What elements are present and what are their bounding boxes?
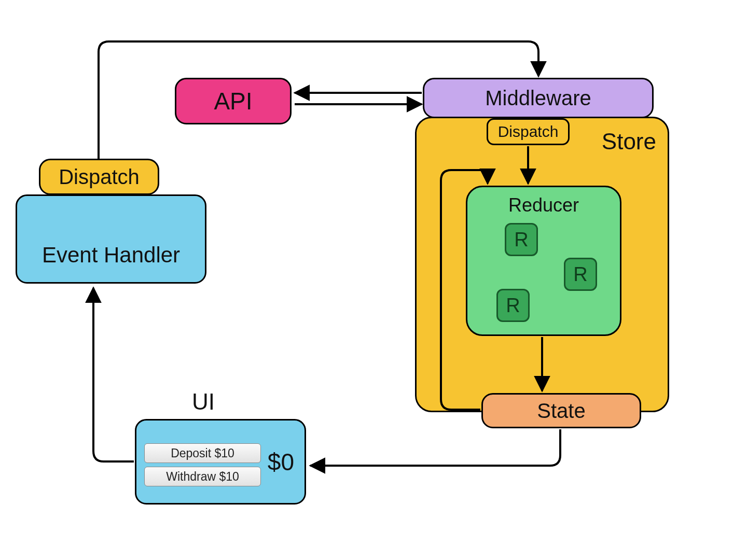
middleware-label: Middleware bbox=[485, 87, 591, 110]
state-label: State bbox=[537, 399, 585, 423]
reducer-sub-r-3: R bbox=[496, 289, 530, 322]
reducer-sub-r-1: R bbox=[505, 223, 538, 256]
reducer-sub-r-2-label: R bbox=[573, 263, 587, 286]
middleware-box: Middleware bbox=[423, 78, 654, 118]
event-handler-dispatch-label: Dispatch bbox=[59, 165, 140, 189]
store-label: Store bbox=[602, 129, 656, 155]
api-label: API bbox=[214, 87, 252, 115]
api-box: API bbox=[175, 78, 292, 124]
reducer-box: Reducer bbox=[466, 186, 621, 336]
reducer-sub-r-2: R bbox=[564, 258, 597, 291]
state-box: State bbox=[481, 393, 641, 428]
reducer-label: Reducer bbox=[508, 194, 579, 216]
reducer-sub-r-3-label: R bbox=[506, 295, 520, 317]
store-dispatch-box: Dispatch bbox=[487, 118, 570, 145]
event-handler-dispatch-box: Dispatch bbox=[39, 159, 159, 195]
store-dispatch-label: Dispatch bbox=[498, 123, 559, 141]
event-handler-label: Event Handler bbox=[42, 243, 180, 268]
ui-balance: $0 bbox=[268, 448, 294, 476]
event-handler-box: Event Handler bbox=[16, 194, 206, 284]
reducer-sub-r-1-label: R bbox=[514, 229, 528, 251]
withdraw-button[interactable]: Withdraw $10 bbox=[144, 467, 261, 486]
withdraw-button-label: Withdraw $10 bbox=[166, 470, 239, 484]
deposit-button[interactable]: Deposit $10 bbox=[144, 443, 261, 463]
deposit-button-label: Deposit $10 bbox=[171, 446, 234, 460]
ui-heading: UI bbox=[192, 389, 215, 415]
